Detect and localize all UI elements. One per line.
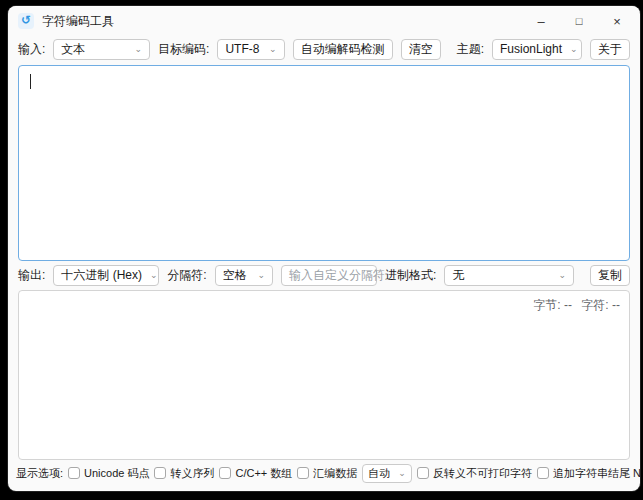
chevron-down-icon: ⌄: [135, 45, 143, 54]
close-button[interactable]: ×: [598, 8, 636, 34]
theme-value: FusionLight: [500, 42, 562, 56]
checkbox-label: C/C++ 数组: [235, 466, 292, 481]
target-encoding-value: UTF-8: [225, 42, 259, 56]
output-toolbar: 输出: 十六进制 (Hex) ⌄ 分隔符: 空格 ⌄ 输入自定义分隔符 进制格式…: [8, 261, 640, 289]
chevron-down-icon: ⌄: [558, 271, 566, 280]
text-caret: [30, 74, 31, 89]
about-button[interactable]: 关于: [590, 39, 630, 60]
checkbox-icon[interactable]: [219, 467, 231, 479]
output-textarea[interactable]: 字节: -- 字符: --: [18, 290, 630, 460]
checkbox-label: 转义序列: [170, 466, 214, 481]
radix-value: 无: [452, 267, 464, 284]
checkbox-label: 追加字符串结尾 NUL: [553, 466, 640, 481]
output-label: 输出:: [18, 267, 45, 284]
asm-mode-combo[interactable]: 自动 ⌄: [362, 464, 412, 483]
chars-count: 字符: --: [581, 298, 620, 312]
app-icon: ↺: [18, 13, 34, 29]
asm-mode-value: 自动: [368, 466, 390, 481]
checkbox-asm-data[interactable]: 汇编数据: [297, 466, 357, 481]
custom-separator-input[interactable]: 输入自定义分隔符: [281, 265, 377, 286]
desktop-background: ↺ 字符编码工具 – □ × 输入: 文本 ⌄ 目标编码: UTF-8 ⌄ 自动…: [0, 0, 643, 500]
chevron-down-icon: ⌄: [269, 45, 277, 54]
clear-button[interactable]: 清空: [401, 39, 441, 60]
checkbox-icon[interactable]: [154, 467, 166, 479]
checkbox-icon[interactable]: [297, 467, 309, 479]
input-label: 输入:: [18, 41, 45, 58]
checkbox-append-nul[interactable]: 追加字符串结尾 NUL: [537, 466, 640, 481]
window-controls: – □ ×: [522, 8, 636, 34]
copy-button[interactable]: 复制: [590, 265, 630, 286]
byte-char-counter: 字节: -- 字符: --: [527, 297, 620, 314]
app-window: ↺ 字符编码工具 – □ × 输入: 文本 ⌄ 目标编码: UTF-8 ⌄ 自动…: [8, 6, 640, 491]
chevron-down-icon: ⌄: [570, 45, 578, 54]
chevron-down-icon: ⌄: [150, 271, 158, 280]
chevron-down-icon: ⌄: [258, 271, 266, 280]
input-mode-combo[interactable]: 文本 ⌄: [53, 39, 150, 60]
input-toolbar: 输入: 文本 ⌄ 目标编码: UTF-8 ⌄ 自动编解码检测 清空 主题: Fu…: [8, 36, 640, 62]
title-bar[interactable]: ↺ 字符编码工具 – □ ×: [8, 6, 640, 36]
output-format-value: 十六进制 (Hex): [61, 267, 142, 284]
radix-combo[interactable]: 无 ⌄: [444, 265, 574, 286]
checkbox-label: 反转义不可打印字符: [433, 466, 532, 481]
checkbox-unicode-codepoint[interactable]: Unicode 码点: [68, 466, 149, 481]
chevron-down-icon: ⌄: [398, 469, 406, 478]
window-title: 字符编码工具: [42, 13, 114, 30]
checkbox-icon[interactable]: [537, 467, 549, 479]
separator-combo[interactable]: 空格 ⌄: [215, 265, 273, 286]
separator-value: 空格: [223, 267, 247, 284]
auto-detect-button[interactable]: 自动编解码检测: [293, 39, 393, 60]
maximize-button[interactable]: □: [560, 8, 598, 34]
separator-label: 分隔符:: [167, 267, 206, 284]
target-encoding-label: 目标编码:: [158, 41, 209, 58]
display-options-bar: 显示选项: Unicode 码点 转义序列 C/C++ 数组 汇编数据 自动 ⌄: [8, 460, 640, 486]
display-options-label: 显示选项:: [16, 466, 63, 481]
radix-label: 进制格式:: [385, 267, 436, 284]
minimize-button[interactable]: –: [522, 8, 560, 34]
checkbox-escape-sequence[interactable]: 转义序列: [154, 466, 214, 481]
output-format-combo[interactable]: 十六进制 (Hex) ⌄: [53, 265, 159, 286]
theme-combo[interactable]: FusionLight ⌄: [492, 39, 582, 60]
input-textarea[interactable]: [18, 65, 630, 261]
target-encoding-combo[interactable]: UTF-8 ⌄: [217, 39, 284, 60]
checkbox-label: 汇编数据: [313, 466, 357, 481]
checkbox-unescape-nonprintable[interactable]: 反转义不可打印字符: [417, 466, 532, 481]
checkbox-label: Unicode 码点: [84, 466, 149, 481]
theme-label: 主题:: [457, 41, 484, 58]
checkbox-c-array[interactable]: C/C++ 数组: [219, 466, 292, 481]
input-mode-value: 文本: [61, 41, 85, 58]
checkbox-icon[interactable]: [417, 467, 429, 479]
checkbox-icon[interactable]: [68, 467, 80, 479]
bytes-count: 字节: --: [533, 298, 572, 312]
